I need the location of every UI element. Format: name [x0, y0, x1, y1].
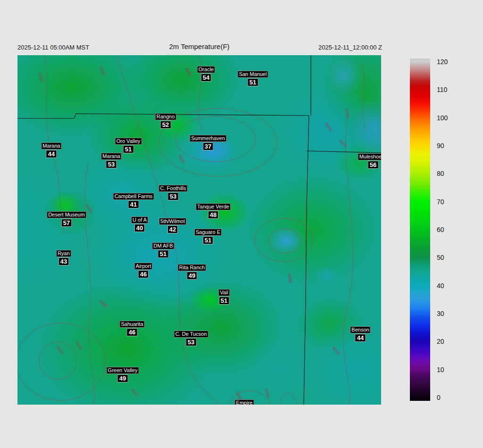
station-name: Ryan — [56, 250, 71, 257]
station-name: Tanque Verde — [196, 203, 231, 210]
station-name: Sahuarita — [119, 321, 144, 328]
station-temp-value: 51 — [203, 236, 213, 244]
station-airport: Airport46 — [134, 261, 152, 278]
station-temp-value: 44 — [355, 334, 366, 342]
station-temp-value: 51 — [219, 297, 229, 305]
station-name: Marana — [41, 142, 61, 149]
station-temp-value: 41 — [128, 200, 139, 208]
station-name: Empire — [235, 399, 254, 405]
colorbar-tick-50: 50 — [437, 254, 444, 261]
station-name: Desert Museum — [47, 211, 86, 218]
station-muleshoe-r: Muleshoe R56 — [358, 152, 381, 169]
station-desert-museum: Desert Museum57 — [47, 210, 86, 227]
station-temp-value: 57 — [61, 219, 72, 227]
station-temp-value: 51 — [248, 78, 258, 86]
station-temp-value: 43 — [58, 257, 69, 265]
station-temp-value: 51 — [123, 145, 133, 153]
colorbar-tick-0: 0 — [437, 394, 441, 401]
station-temp-value: 37 — [203, 142, 213, 150]
station-rangno: Rangno52 — [155, 112, 176, 129]
station-name: Saguaro E — [194, 229, 222, 236]
station-name: Vail — [218, 289, 230, 296]
station-u-of-a: U of A40 — [131, 215, 148, 232]
station-tanque-verde: Tanque Verde48 — [196, 202, 231, 219]
station-temp-value: 46 — [138, 270, 149, 278]
colorbar-tick-10: 10 — [437, 366, 444, 373]
station-temp-value: 48 — [208, 211, 218, 219]
station-marana: Marana53 — [101, 151, 121, 168]
station-benson: Benson44 — [350, 325, 370, 342]
station-oro-valley: Oro Valley51 — [115, 136, 142, 153]
station-name: San Manuel — [238, 71, 268, 78]
station-campbell-farms: Campbell Farms41 — [113, 191, 154, 208]
elevation-contour-lines — [17, 55, 366, 405]
station-oracle: Oracle54 — [197, 65, 215, 82]
station-temp-value: 56 — [368, 161, 378, 169]
colorbar-gradient — [410, 58, 430, 401]
station-name: Rita Ranch — [178, 264, 206, 271]
colorbar-tick-70: 70 — [437, 198, 444, 206]
station-temp-value: 49 — [117, 374, 128, 382]
colorbar-tick-90: 90 — [437, 142, 444, 149]
station-5th-wilmot: 5th/Wilmot42 — [159, 216, 186, 233]
station-name: Rangno — [155, 113, 176, 120]
temperature-map: 2000300040005000600060004000300030004000… — [17, 55, 381, 405]
station-name: Campbell Farms — [113, 193, 154, 200]
station-temp-value: 40 — [134, 224, 145, 232]
colorbar-tick-80: 80 — [437, 170, 444, 177]
station-temp-value: 44 — [46, 150, 57, 158]
station-marana: Marana44 — [41, 141, 61, 158]
colorbar-tick-20: 20 — [437, 338, 444, 345]
station-c-de-tucson: C. De Tucson53 — [174, 329, 208, 346]
colorbar: 1201101009080706050403020100 — [410, 58, 481, 401]
station-san-manuel: San Manuel51 — [238, 69, 268, 86]
station-name: Oro Valley — [115, 138, 142, 145]
station-sahuarita: Sahuarita46 — [119, 319, 144, 336]
station-green-valley: Green Valley49 — [107, 365, 139, 382]
station-temp-value: 51 — [158, 250, 168, 258]
colorbar-tick-110: 110 — [437, 86, 447, 93]
station-dm-afb: DM AFB51 — [152, 241, 175, 258]
station-name: Summerhaven — [190, 135, 226, 142]
station-name: 5th/Wilmot — [159, 218, 186, 225]
station-name: Airport — [134, 263, 152, 270]
colorbar-tick-120: 120 — [437, 58, 448, 66]
station-temp-value: 53 — [106, 160, 117, 168]
station-temp-value: 53 — [186, 338, 196, 346]
colorbar-tick-100: 100 — [437, 114, 448, 122]
station-temp-value: 46 — [127, 328, 137, 336]
station-name: DM AFB — [152, 242, 175, 249]
station-temp-value: 53 — [168, 192, 178, 200]
station-name: Benson — [350, 326, 370, 333]
station-name: C. Foothills — [158, 185, 187, 192]
station-c-foothills: C. Foothills53 — [158, 183, 187, 200]
station-temp-value: 54 — [201, 74, 211, 82]
colorbar-tick-30: 30 — [437, 310, 444, 317]
colorbar-tick-40: 40 — [437, 282, 444, 290]
station-name: Green Valley — [107, 367, 139, 374]
colorbar-tick-60: 60 — [437, 226, 444, 233]
station-temp-value: 52 — [160, 121, 171, 129]
station-saguaro-e: Saguaro E51 — [194, 227, 222, 244]
station-rita-ranch: Rita Ranch49 — [178, 263, 206, 280]
station-name: Muleshoe R — [358, 153, 381, 160]
station-name: Marana — [101, 153, 121, 160]
station-ryan: Ryan43 — [56, 249, 71, 265]
station-temp-value: 42 — [167, 225, 178, 233]
station-name: Oracle — [197, 66, 215, 73]
station-name: U of A — [131, 216, 148, 224]
station-vail: Vail51 — [218, 288, 230, 305]
station-summerhaven: Summerhaven37 — [190, 133, 226, 150]
station-empire: Empire — [235, 398, 254, 405]
valid-time-utc: 2025-12-11_12:00:00 Z — [318, 44, 382, 51]
station-name: C. De Tucson — [174, 331, 208, 338]
station-temp-value: 49 — [187, 272, 197, 280]
